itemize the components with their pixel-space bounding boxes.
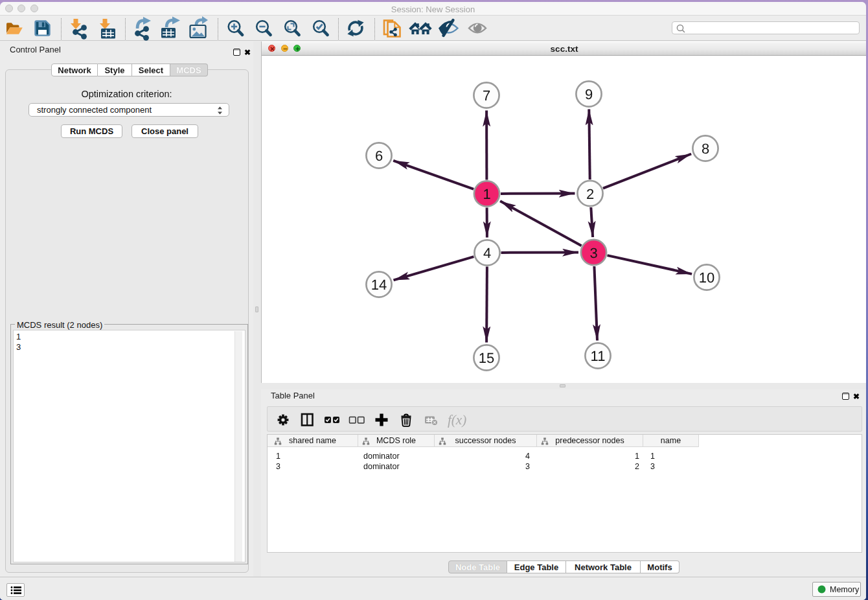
svg-text:11: 11 <box>591 348 606 364</box>
svg-text:9: 9 <box>585 86 593 102</box>
svg-text:15: 15 <box>479 350 494 366</box>
svg-text:4: 4 <box>483 245 491 261</box>
svg-text:10: 10 <box>699 270 714 286</box>
svg-text:f(x): f(x) <box>448 412 466 428</box>
svg-text:7: 7 <box>483 87 490 104</box>
svg-text:1: 1 <box>483 186 490 202</box>
svg-text:14: 14 <box>371 277 387 293</box>
svg-text:8: 8 <box>702 141 709 157</box>
svg-text:2: 2 <box>586 186 594 202</box>
svg-text:6: 6 <box>375 148 383 164</box>
svg-text:3: 3 <box>589 245 597 261</box>
